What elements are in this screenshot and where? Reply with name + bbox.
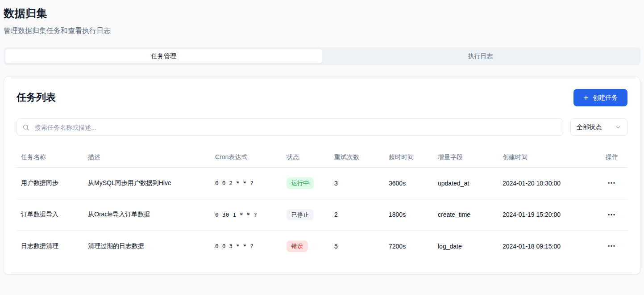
- cron-expression-cell: 0 30 1 * * ?: [211, 199, 282, 231]
- task-name-cell: 订单数据导入: [17, 199, 83, 231]
- search-icon: [22, 124, 29, 131]
- column-header-timeout: 超时时间: [384, 148, 433, 168]
- row-actions-button[interactable]: •••: [604, 210, 619, 220]
- actions-cell: •••: [596, 199, 627, 231]
- column-header-retries: 重试次数: [330, 148, 384, 168]
- task-table-header: 任务名称 描述 Cron表达式 状态 重试次数 超时时间 增量字段 创建时间 操…: [17, 148, 627, 168]
- column-header-incremental-field: 增量字段: [433, 148, 498, 168]
- retries-cell: 5: [330, 231, 384, 262]
- column-header-cron: Cron表达式: [211, 148, 282, 168]
- tab-task-management[interactable]: 任务管理: [5, 49, 322, 63]
- task-description-cell: 清理过期的日志数据: [83, 231, 211, 262]
- filter-row: 全部状态: [17, 118, 627, 136]
- created-at-cell: 2024-01-18 09:15:00: [498, 231, 596, 262]
- task-name-cell: 日志数据清理: [17, 231, 83, 262]
- table-row: 日志数据清理 清理过期的日志数据 0 0 3 * * ? 错误 5 7200s …: [17, 231, 627, 262]
- column-header-created-at: 创建时间: [498, 148, 596, 168]
- status-cell: 运行中: [282, 168, 330, 199]
- ellipsis-icon: •••: [608, 180, 616, 185]
- cron-expression-cell: 0 0 3 * * ?: [211, 231, 282, 262]
- search-box: [17, 118, 563, 136]
- actions-cell: •••: [596, 168, 627, 199]
- page-subtitle: 管理数据归集任务和查看执行日志: [4, 26, 640, 36]
- status-badge: 错误: [287, 240, 308, 252]
- table-row: 订单数据导入 从Oracle导入订单数据 0 30 1 * * ? 已停止 2 …: [17, 199, 627, 231]
- table-row: 用户数据同步 从MySQL同步用户数据到Hive 0 0 2 * * ? 运行中…: [17, 168, 627, 199]
- ellipsis-icon: •••: [608, 243, 616, 249]
- search-input[interactable]: [17, 118, 563, 136]
- task-table-body: 用户数据同步 从MySQL同步用户数据到Hive 0 0 2 * * ? 运行中…: [17, 168, 627, 262]
- status-filter-select[interactable]: 全部状态: [570, 118, 627, 136]
- status-filter-value: 全部状态: [577, 123, 602, 131]
- create-task-button[interactable]: + 创建任务: [573, 89, 627, 106]
- task-description-cell: 从Oracle导入订单数据: [83, 199, 211, 231]
- plus-icon: +: [583, 94, 588, 102]
- create-task-button-label: 创建任务: [593, 94, 618, 102]
- tab-execution-logs-label: 执行日志: [468, 52, 493, 60]
- retries-cell: 3: [330, 168, 384, 199]
- status-badge: 已停止: [287, 209, 314, 221]
- column-header-actions: 操作: [596, 148, 627, 168]
- tab-execution-logs[interactable]: 执行日志: [322, 49, 639, 63]
- page-title: 数据归集: [4, 6, 640, 21]
- status-badge: 运行中: [287, 177, 314, 189]
- task-description-cell: 从MySQL同步用户数据到Hive: [83, 168, 211, 199]
- status-cell: 已停止: [282, 199, 330, 231]
- status-cell: 错误: [282, 231, 330, 262]
- column-header-description: 描述: [83, 148, 211, 168]
- timeout-cell: 1800s: [384, 199, 433, 231]
- column-header-name: 任务名称: [17, 148, 83, 168]
- panel-title: 任务列表: [17, 89, 56, 104]
- created-at-cell: 2024-01-20 10:30:00: [498, 168, 596, 199]
- task-list-panel: 任务列表 + 创建任务 全部状态 任务名称 描述: [4, 76, 640, 275]
- created-at-cell: 2024-01-19 15:20:00: [498, 199, 596, 231]
- task-name-cell: 用户数据同步: [17, 168, 83, 199]
- tab-bar: 任务管理 执行日志: [4, 47, 640, 65]
- chevron-down-icon: [615, 124, 621, 131]
- panel-header: 任务列表 + 创建任务: [17, 89, 627, 106]
- tab-task-management-label: 任务管理: [151, 52, 176, 60]
- actions-cell: •••: [596, 231, 627, 262]
- column-header-status: 状态: [282, 148, 330, 168]
- row-actions-button[interactable]: •••: [604, 178, 619, 188]
- retries-cell: 2: [330, 199, 384, 231]
- ellipsis-icon: •••: [608, 212, 616, 217]
- row-actions-button[interactable]: •••: [604, 241, 619, 251]
- incremental-field-cell: log_date: [433, 231, 498, 262]
- task-table: 任务名称 描述 Cron表达式 状态 重试次数 超时时间 增量字段 创建时间 操…: [17, 148, 627, 262]
- cron-expression-cell: 0 0 2 * * ?: [211, 168, 282, 199]
- incremental-field-cell: create_time: [433, 199, 498, 231]
- incremental-field-cell: updated_at: [433, 168, 498, 199]
- timeout-cell: 3600s: [384, 168, 433, 199]
- timeout-cell: 7200s: [384, 231, 433, 262]
